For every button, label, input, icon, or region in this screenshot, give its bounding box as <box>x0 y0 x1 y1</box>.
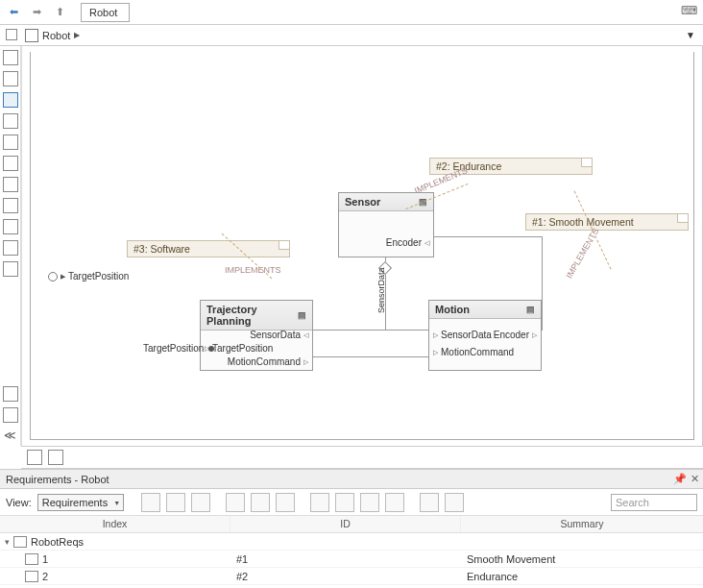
tool-6[interactable] <box>3 156 18 171</box>
tb-open[interactable] <box>166 493 185 512</box>
view-label: View: <box>6 497 32 508</box>
triangle-left-icon: ◁ <box>424 239 429 247</box>
keyboard-icon[interactable]: ⌨ <box>681 4 697 17</box>
cell-summary: Smooth Movement <box>461 553 703 565</box>
tb-copy[interactable] <box>335 493 354 512</box>
trajectory-port-motioncmd[interactable]: MotionCommand▷ <box>228 356 308 367</box>
motion-port-encoder[interactable]: Encoder▷ <box>494 330 537 340</box>
req-icon <box>25 571 38 582</box>
requirements-panel-title: Requirements - Robot <box>6 474 109 485</box>
breadcrumb-dropdown-icon[interactable]: ▼ <box>686 30 695 40</box>
tool-8[interactable] <box>3 198 18 213</box>
wire-encoder-v <box>542 236 543 331</box>
wire-junction-h <box>313 330 428 331</box>
tool-2[interactable] <box>3 71 18 86</box>
triangle-right-icon: ▶ <box>61 273 65 281</box>
crumb-root-icon <box>25 29 38 42</box>
nav-back-icon[interactable]: ⬅ <box>4 3 23 22</box>
block-trajectory[interactable]: Trajectory Planning▤ SensorData◁ TargetP… <box>200 300 313 371</box>
wire-motioncmd <box>313 356 428 357</box>
triangle-left-icon: ◁ <box>303 331 308 339</box>
requirements-panel: Requirements - Robot 📌 ✕ View: Requireme… <box>0 469 703 588</box>
tb-save[interactable] <box>191 493 210 512</box>
req-icon <box>25 553 38 565</box>
motion-port-sensordata[interactable]: ▷SensorData <box>433 330 492 340</box>
req-flag-3[interactable]: #3: Software <box>127 240 290 257</box>
tb-add[interactable] <box>226 493 245 512</box>
close-icon[interactable]: ✕ <box>691 473 699 485</box>
trajectory-port-target[interactable]: ▷TargetPosition <box>205 343 273 354</box>
block-menu-icon[interactable]: ▤ <box>526 305 535 314</box>
tb-new[interactable] <box>141 493 160 512</box>
table-row[interactable]: 1#1Smooth Movement <box>0 551 703 568</box>
triangle-right-icon: ▷ <box>303 358 308 366</box>
expand-icon[interactable]: ▾ <box>0 537 13 547</box>
tb-cut[interactable] <box>310 493 329 512</box>
tb-refresh[interactable] <box>445 493 464 512</box>
tool-13[interactable] <box>3 407 18 423</box>
tool-3[interactable] <box>3 92 18 108</box>
status-icon-2[interactable] <box>48 450 63 465</box>
model-hierarchy-icon[interactable] <box>6 29 17 40</box>
tool-7[interactable] <box>3 177 18 192</box>
req-flag-1[interactable]: #1: Smooth Movement <box>525 213 689 231</box>
tb-delete[interactable] <box>385 493 404 512</box>
col-header-summary[interactable]: Summary <box>461 516 703 532</box>
port-circle-icon <box>48 272 58 282</box>
tool-4[interactable] <box>3 113 18 129</box>
tb-link[interactable] <box>420 493 439 512</box>
tab-robot[interactable]: Robot <box>81 3 130 22</box>
tool-1[interactable] <box>3 50 18 65</box>
tb-addchild[interactable] <box>251 493 270 512</box>
tool-11[interactable] <box>3 261 18 277</box>
block-motion[interactable]: Motion▤ ▷SensorData ▷MotionCommand Encod… <box>428 300 542 371</box>
chevron-right-icon[interactable]: ▶ <box>74 31 80 39</box>
tool-5[interactable] <box>3 135 18 150</box>
col-header-index[interactable]: Index <box>0 516 230 532</box>
tb-promote[interactable] <box>276 493 295 512</box>
cell-id: #1 <box>230 553 461 565</box>
implements-label-3: IMPLEMENTS <box>225 265 281 275</box>
trajectory-port-sensordata[interactable]: SensorData◁ <box>250 330 308 340</box>
triangle-right-icon: ▷ <box>433 331 438 339</box>
block-sensor-title: Sensor <box>345 196 380 208</box>
triangle-right-icon: ▷ <box>205 345 209 353</box>
cell-id: #2 <box>230 571 461 582</box>
cell-index: 2 <box>42 571 48 582</box>
reqset-icon <box>13 536 27 548</box>
view-select[interactable]: Requirements <box>37 494 124 511</box>
block-trajectory-title: Trajectory Planning <box>206 304 298 327</box>
sensor-port-encoder[interactable]: Encoder◁ <box>386 237 429 248</box>
search-input[interactable]: Search <box>611 494 697 511</box>
breadcrumb-root[interactable]: Robot <box>42 30 70 41</box>
pin-icon[interactable]: 📌 <box>673 473 687 485</box>
nav-up-icon[interactable]: ⬆ <box>50 3 69 22</box>
tool-10[interactable] <box>3 240 18 256</box>
left-toolbar: ≪ <box>0 46 21 446</box>
block-menu-icon[interactable]: ▤ <box>298 310 306 320</box>
wire-encoder-h <box>434 236 543 237</box>
tool-12[interactable] <box>3 386 18 402</box>
block-motion-title: Motion <box>435 304 470 315</box>
tree-root-label: RobotReqs <box>31 536 84 548</box>
cell-summary: Endurance <box>461 571 703 582</box>
motion-port-motioncmd[interactable]: ▷MotionCommand <box>433 347 514 357</box>
tree-root-row[interactable]: ▾ RobotReqs <box>0 533 703 551</box>
triangle-right-icon: ▷ <box>532 331 537 339</box>
col-header-id[interactable]: ID <box>230 516 461 532</box>
diagram-canvas[interactable]: ▶ TargetPosition #3: Software #2: Endura… <box>30 52 694 440</box>
triangle-right-icon: ▷ <box>433 349 438 356</box>
ext-port-target[interactable]: ▶ TargetPosition <box>48 271 129 282</box>
tool-9[interactable] <box>3 219 18 234</box>
cell-index: 1 <box>42 553 48 565</box>
tab-label: Robot <box>89 7 117 18</box>
collapse-left-icon[interactable]: ≪ <box>4 429 16 442</box>
nav-forward-icon: ➡ <box>27 3 46 22</box>
tb-paste[interactable] <box>360 493 379 512</box>
table-row[interactable]: 2#2Endurance <box>0 568 703 585</box>
status-icon-1[interactable] <box>27 450 42 465</box>
wire-label-sensordata: SensorData <box>376 267 386 313</box>
